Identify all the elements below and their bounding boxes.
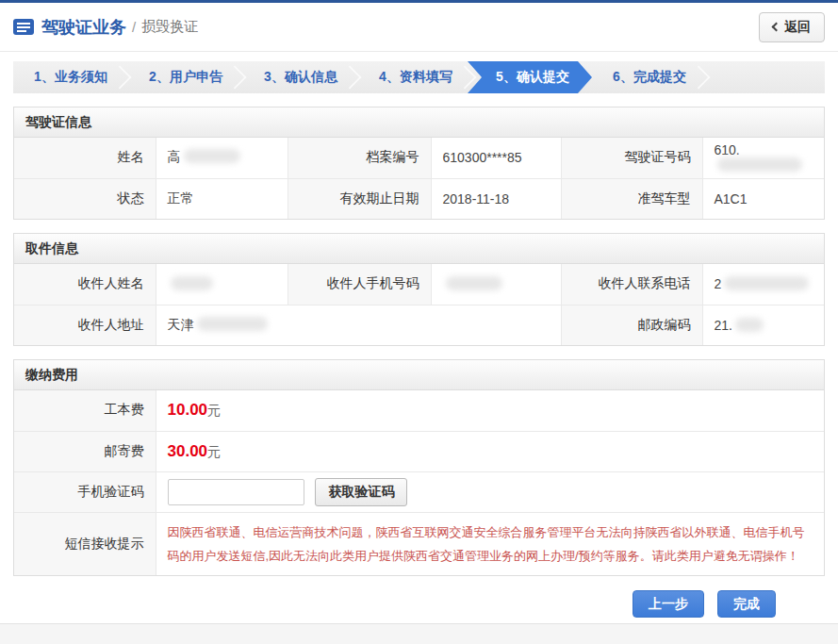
file-number-value: 610300****85 bbox=[431, 138, 561, 178]
back-button[interactable]: 返回 bbox=[759, 12, 825, 42]
step-3-confirm-info: 3、确认信息 bbox=[243, 61, 358, 93]
postage-fee-amount: 30.00 bbox=[168, 442, 208, 460]
license-info-table: 姓名 高 档案编号 610300****85 驾驶证号码 610. 状态 正常 … bbox=[14, 138, 824, 219]
section-license-info: 驾驶证信息 姓名 高 档案编号 610300****85 驾驶证号码 610. … bbox=[13, 107, 825, 220]
step-wizard: 1、业务须知 2、用户申告 3、确认信息 4、资料填写 5、确认提交 6、完成提… bbox=[13, 61, 825, 93]
recipient-address-value: 天津 bbox=[156, 305, 561, 345]
name-label: 姓名 bbox=[14, 138, 156, 178]
recipient-name-label: 收件人姓名 bbox=[14, 264, 156, 305]
step-2-user-declaration: 2、用户申告 bbox=[128, 61, 243, 93]
table-row: 姓名 高 档案编号 610300****85 驾驶证号码 610. bbox=[14, 138, 824, 178]
license-number-value: 610. bbox=[702, 138, 824, 178]
page-title: 驾驶证业务 bbox=[41, 16, 126, 39]
footer-strip bbox=[0, 623, 838, 644]
recipient-mobile-value bbox=[431, 264, 561, 305]
section-pickup-info: 取件信息 收件人姓名 收件人手机号码 收件人联系电话 2 收件人地址 天津 邮政… bbox=[13, 233, 825, 346]
expiry-date-label: 有效期止日期 bbox=[288, 178, 431, 219]
section-license-title: 驾驶证信息 bbox=[14, 107, 824, 138]
redaction-blur bbox=[197, 317, 268, 331]
chevron-left-icon bbox=[772, 23, 781, 32]
sms-notice-cell: 因陕西省联通、电信运营商技术问题，陕西省互联网交通安全综合服务管理平台无法向持陕… bbox=[156, 512, 824, 575]
sms-notice-label: 短信接收提示 bbox=[14, 512, 156, 575]
step-6-complete-submit: 6、完成提交 bbox=[592, 61, 707, 93]
sms-code-input[interactable] bbox=[168, 479, 304, 505]
production-fee-label: 工本费 bbox=[14, 390, 156, 431]
vehicle-class-value: A1C1 bbox=[702, 178, 824, 219]
action-bar: 上一步 完成 bbox=[0, 590, 776, 618]
production-fee-amount: 10.00 bbox=[168, 401, 208, 419]
recipient-phone-value: 2 bbox=[702, 264, 824, 305]
redaction-blur bbox=[171, 276, 213, 290]
name-value: 高 bbox=[156, 138, 288, 178]
header: 驾驶证业务 / 损毁换证 返回 bbox=[0, 3, 838, 52]
redaction-blur bbox=[724, 276, 809, 290]
status-label: 状态 bbox=[14, 178, 156, 219]
breadcrumb-current: 损毁换证 bbox=[141, 18, 198, 36]
license-card-icon bbox=[13, 19, 34, 35]
postcode-value: 21. bbox=[702, 305, 824, 345]
vehicle-class-label: 准驾车型 bbox=[561, 178, 702, 219]
sms-notice-text: 因陕西省联通、电信运营商技术问题，陕西省互联网交通安全综合服务管理平台无法向持陕… bbox=[168, 520, 813, 569]
redaction-blur bbox=[717, 157, 802, 172]
production-fee-value: 10.00元 bbox=[156, 390, 824, 431]
step-1-business-notice: 1、业务须知 bbox=[13, 61, 128, 93]
recipient-mobile-label: 收件人手机号码 bbox=[288, 264, 431, 305]
fees-table: 工本费 10.00元 邮寄费 30.00元 手机验证码 获取验证码 短信接收提 bbox=[14, 390, 824, 575]
page: 驾驶证业务 / 损毁换证 返回 1、业务须知 2、用户申告 3、确认信息 4、资… bbox=[0, 0, 838, 644]
postcode-label: 邮政编码 bbox=[561, 305, 702, 345]
section-fees-title: 缴纳费用 bbox=[14, 360, 824, 390]
pickup-info-table: 收件人姓名 收件人手机号码 收件人联系电话 2 收件人地址 天津 邮政编码 21… bbox=[14, 264, 824, 345]
sms-code-label: 手机验证码 bbox=[14, 471, 156, 512]
production-fee-unit: 元 bbox=[207, 403, 221, 418]
back-button-label: 返回 bbox=[784, 19, 811, 36]
expiry-date-value: 2018-11-18 bbox=[431, 178, 561, 219]
postage-fee-unit: 元 bbox=[207, 444, 221, 459]
breadcrumb-separator: / bbox=[132, 19, 136, 35]
finish-button[interactable]: 完成 bbox=[717, 590, 776, 618]
step-4-fill-data: 4、资料填写 bbox=[358, 61, 473, 93]
table-row: 工本费 10.00元 bbox=[14, 390, 824, 431]
previous-step-button[interactable]: 上一步 bbox=[633, 590, 704, 618]
table-row: 邮寄费 30.00元 bbox=[14, 431, 824, 471]
recipient-phone-label: 收件人联系电话 bbox=[561, 264, 702, 305]
redaction-blur bbox=[735, 318, 764, 332]
table-row: 收件人地址 天津 邮政编码 21. bbox=[14, 305, 824, 345]
license-number-label: 驾驶证号码 bbox=[561, 138, 702, 178]
postage-fee-label: 邮寄费 bbox=[14, 431, 156, 471]
table-row: 收件人姓名 收件人手机号码 收件人联系电话 2 bbox=[14, 264, 824, 305]
redaction-blur bbox=[184, 149, 240, 163]
table-row: 短信接收提示 因陕西省联通、电信运营商技术问题，陕西省互联网交通安全综合服务管理… bbox=[14, 512, 824, 575]
file-number-label: 档案编号 bbox=[288, 138, 431, 178]
table-row: 手机验证码 获取验证码 bbox=[14, 471, 824, 512]
section-fees: 缴纳费用 工本费 10.00元 邮寄费 30.00元 手机验证码 获取验证码 bbox=[13, 359, 825, 576]
sms-code-cell: 获取验证码 bbox=[156, 471, 824, 512]
step-5-confirm-submit-active: 5、确认提交 bbox=[468, 61, 592, 93]
section-pickup-title: 取件信息 bbox=[14, 234, 824, 264]
recipient-address-label: 收件人地址 bbox=[14, 305, 156, 345]
redaction-blur bbox=[446, 276, 502, 290]
get-code-button[interactable]: 获取验证码 bbox=[315, 478, 407, 506]
recipient-name-value bbox=[156, 264, 288, 305]
postage-fee-value: 30.00元 bbox=[156, 431, 824, 471]
status-value: 正常 bbox=[156, 178, 288, 219]
table-row: 状态 正常 有效期止日期 2018-11-18 准驾车型 A1C1 bbox=[14, 178, 824, 219]
